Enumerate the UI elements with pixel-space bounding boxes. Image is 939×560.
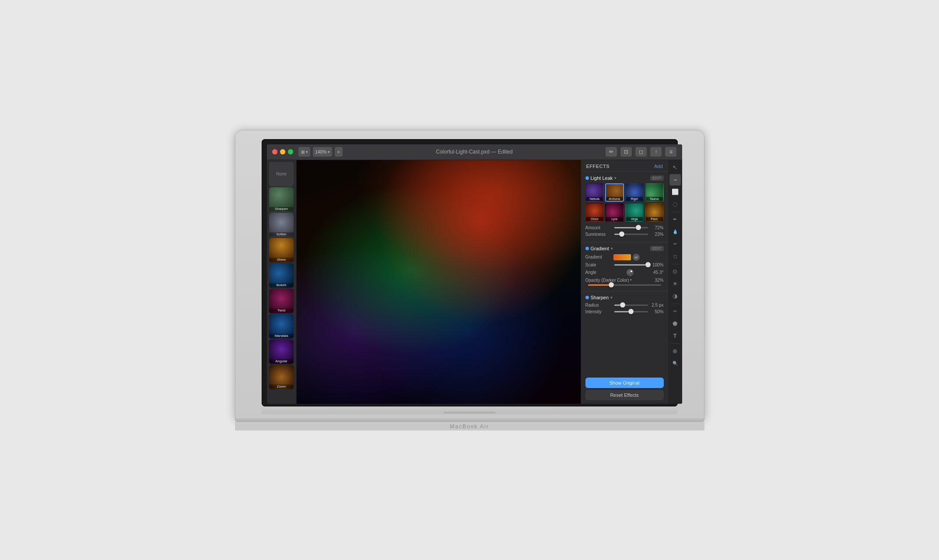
add-tab-btn[interactable]: + <box>335 147 343 157</box>
tool-pen[interactable]: ✏ <box>669 306 681 317</box>
angle-label: Angle <box>585 270 612 275</box>
preset-vega[interactable]: Vega <box>625 203 644 222</box>
tool-eyedrop[interactable]: 💧 <box>669 226 681 238</box>
effect-shine[interactable]: Shine <box>269 238 294 262</box>
light-leak-enabled[interactable] <box>585 176 589 180</box>
fullscreen-button[interactable] <box>288 149 293 154</box>
gradient-chevron: ▾ <box>611 246 613 251</box>
effect-sharpen[interactable]: Sharpen <box>269 187 294 212</box>
minimize-button[interactable] <box>280 149 285 154</box>
toolbar-left: ⊞ ▾ 140% ▾ + <box>298 147 343 157</box>
scale-fill <box>614 264 648 266</box>
crop-tool-btn[interactable]: ⊡ <box>620 147 632 157</box>
intensity-thumb[interactable] <box>628 309 634 314</box>
show-original-btn[interactable]: Show Original <box>585 378 664 388</box>
tool-eraser[interactable]: ◻ <box>669 251 681 262</box>
light-leak-presets: Nebula Arcturus Rigel Taurus <box>585 183 664 222</box>
gradient-swap-btn[interactable]: ⇌ <box>633 254 640 261</box>
effect-shine-label: Shine <box>269 258 294 262</box>
intensity-value: 50% <box>651 309 664 314</box>
tool-arrow[interactable]: → <box>669 174 681 186</box>
amount-control: Amount 72% <box>585 225 664 230</box>
tool-bar: ↖ → ⬜ ◌ ✒ 💧 ✏ ◻ ⊙ ☀ ◑ ✏ <box>668 160 682 404</box>
add-effect-btn[interactable]: Add <box>654 164 663 169</box>
tool-marquee[interactable]: ⬜ <box>669 186 681 198</box>
tool-text[interactable]: T <box>669 330 681 342</box>
effect-none[interactable]: None <box>269 162 294 186</box>
sunniness-label: Sunniness <box>585 232 612 237</box>
radius-thumb[interactable] <box>620 302 625 308</box>
tool-search[interactable]: 🔍 <box>669 358 681 369</box>
effect-mandala[interactable]: Mandala <box>269 314 294 339</box>
preset-pavo[interactable]: Pavo <box>645 203 664 222</box>
status-separator: — <box>491 149 498 155</box>
effect-twist[interactable]: Twist <box>269 289 294 313</box>
intensity-slider[interactable] <box>614 311 648 312</box>
effect-bokeh[interactable]: Bokeh <box>269 263 294 288</box>
tool-brush[interactable]: ✏ <box>669 238 681 250</box>
tool-cursor[interactable]: ↖ <box>669 162 681 173</box>
gradient-edit-btn[interactable]: EDIT <box>650 246 664 251</box>
amount-thumb[interactable] <box>636 225 641 230</box>
gradient-name: Gradient ▾ <box>585 246 613 251</box>
preset-arcturus[interactable]: Arcturus <box>605 183 624 202</box>
sunniness-thumb[interactable] <box>619 231 624 237</box>
scale-slider[interactable] <box>614 264 648 266</box>
sharpen-effect-name: Sharpen ▾ <box>585 295 613 300</box>
view-mode-icon: ⊞ <box>301 150 305 154</box>
gradient-enabled[interactable] <box>585 247 589 250</box>
close-button[interactable] <box>272 149 277 154</box>
angle-control: Angle 45.3° <box>585 269 664 276</box>
opacity-dropdown[interactable]: Opacity (Darker Color) ▾ <box>585 278 632 283</box>
scale-thumb[interactable] <box>645 262 651 267</box>
view-mode-btn[interactable]: ⊞ ▾ <box>298 147 310 157</box>
screen-bezel: ⊞ ▾ 140% ▾ + Colorful-Light-Cast.pxd <box>262 139 678 406</box>
effect-angular[interactable]: Angular <box>269 340 294 364</box>
light-leak-label: Light Leak <box>591 175 613 181</box>
macbook-wrapper: ⊞ ▾ 140% ▾ + Colorful-Light-Cast.pxd <box>235 130 704 430</box>
preset-lyra[interactable]: Lyra <box>605 203 624 222</box>
opacity-slider-row <box>585 284 664 286</box>
tool-paint[interactable]: ✒ <box>669 214 681 225</box>
main-content: None Sharpen Soften Shine Bokeh <box>267 160 682 404</box>
zoom-btn[interactable]: 140% ▾ <box>313 147 333 157</box>
grid-tool-btn[interactable]: ≡ <box>665 147 676 157</box>
radius-slider[interactable] <box>614 304 648 306</box>
preset-rigel[interactable]: Rigel <box>625 183 644 202</box>
preset-taurus[interactable]: Taurus <box>645 183 664 202</box>
sharpen-header: Sharpen ▾ <box>585 295 664 300</box>
amount-slider[interactable] <box>614 227 648 228</box>
add-tab-icon: + <box>337 150 340 154</box>
opacity-slider[interactable] <box>588 284 661 286</box>
preset-orion[interactable]: Orion <box>585 203 604 222</box>
sharpen-enabled[interactable] <box>585 296 589 299</box>
opacity-chevron: ▾ <box>630 278 632 282</box>
tool-effects-ball[interactable]: ⊙ <box>669 266 681 277</box>
preset-nebula[interactable]: Nebula <box>585 183 604 202</box>
macbook-body: ⊞ ▾ 140% ▾ + Colorful-Light-Cast.pxd <box>235 130 704 419</box>
reset-effects-btn[interactable]: Reset Effects <box>585 390 664 400</box>
tool-divider-3 <box>671 304 680 304</box>
opacity-thumb[interactable] <box>609 282 614 287</box>
preset-taurus-label: Taurus <box>646 197 663 201</box>
macbook-label-bar: MacBook Air <box>235 422 704 430</box>
tool-shapes[interactable]: ⬟ <box>669 318 681 329</box>
effect-zoom[interactable]: Zoom <box>269 365 294 389</box>
pen-tool-btn[interactable]: ✏ <box>606 147 617 157</box>
tool-color[interactable]: ◑ <box>669 290 681 302</box>
light-leak-edit-btn[interactable]: EDIT <box>650 175 664 181</box>
tool-add[interactable]: ⊕ <box>669 346 681 357</box>
share-tool-btn[interactable]: ↑ <box>650 147 662 157</box>
gradient-preview[interactable] <box>613 254 631 260</box>
effect-mandala-label: Mandala <box>269 334 294 338</box>
sunniness-slider[interactable] <box>614 234 648 235</box>
view-mode-chevron: ▾ <box>306 150 308 154</box>
preset-orion-label: Orion <box>586 217 603 221</box>
angle-dial[interactable] <box>627 269 634 276</box>
light-leak-section: Light Leak ▾ EDIT Nebula <box>581 172 668 242</box>
effect-bokeh-label: Bokeh <box>269 283 294 287</box>
tool-sun[interactable]: ☀ <box>669 278 681 290</box>
tool-lasso[interactable]: ◌ <box>669 199 681 210</box>
effect-soften[interactable]: Soften <box>269 213 294 237</box>
doc-tool-btn[interactable]: ◻ <box>635 147 647 157</box>
